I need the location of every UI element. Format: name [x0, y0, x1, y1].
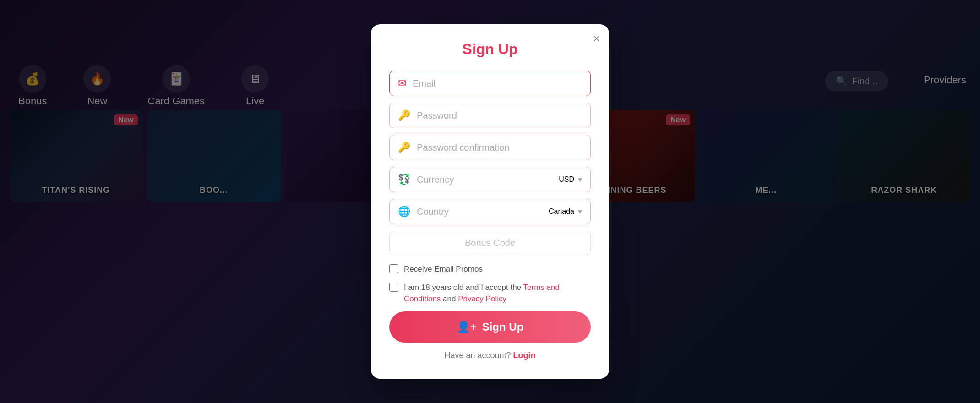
- currency-chevron-icon: ▾: [578, 174, 582, 185]
- email-promos-checkbox[interactable]: [389, 264, 398, 273]
- currency-field-container[interactable]: 💱 Currency USD ▾: [389, 167, 591, 192]
- login-row: Have an account? Login: [389, 351, 591, 360]
- email-field-container: ✉: [389, 71, 591, 96]
- bonus-code-field-container: [389, 231, 591, 255]
- password-icon: 🔑: [398, 109, 410, 121]
- have-account-text: Have an account?: [444, 351, 511, 360]
- country-chevron-icon: ▾: [578, 207, 582, 217]
- terms-prefix: I am 18 years old and I accept the: [404, 283, 523, 292]
- bonus-code-input[interactable]: [398, 238, 582, 248]
- country-value: Canada: [549, 207, 574, 216]
- modal-title: Sign Up: [389, 41, 591, 58]
- email-icon: ✉: [398, 77, 406, 89]
- login-link[interactable]: Login: [513, 351, 536, 360]
- country-field-container[interactable]: 🌐 Country Canada ▾: [389, 199, 591, 224]
- email-promos-row: Receive Email Promos: [389, 263, 591, 275]
- globe-icon: 🌐: [398, 206, 410, 218]
- email-input[interactable]: [413, 78, 582, 89]
- currency-value: USD: [559, 175, 574, 184]
- signup-button[interactable]: 👤+ Sign Up: [389, 311, 591, 343]
- password-confirm-icon: 🔑: [398, 142, 410, 153]
- currency-icon: 💱: [398, 174, 410, 185]
- privacy-link[interactable]: Privacy Policy: [458, 294, 506, 303]
- signup-icon: 👤+: [457, 321, 477, 333]
- modal-overlay: × Sign Up ✉ 🔑 🔑 💱 Currency USD ▾: [0, 0, 980, 403]
- terms-and: and: [441, 294, 458, 303]
- password-input[interactable]: [417, 110, 582, 121]
- signup-button-label: Sign Up: [482, 321, 524, 333]
- terms-row: I am 18 years old and I accept the Terms…: [389, 282, 591, 305]
- terms-label: I am 18 years old and I accept the Terms…: [404, 282, 591, 305]
- signup-modal: × Sign Up ✉ 🔑 🔑 💱 Currency USD ▾: [371, 24, 609, 379]
- close-button[interactable]: ×: [593, 33, 600, 44]
- password-field-container: 🔑: [389, 103, 591, 128]
- currency-label: Currency: [417, 174, 552, 185]
- currency-dropdown[interactable]: USD ▾: [559, 174, 582, 185]
- country-label: Country: [417, 207, 542, 217]
- password-confirm-input[interactable]: [417, 142, 582, 153]
- country-dropdown[interactable]: Canada ▾: [549, 207, 582, 217]
- password-confirm-field-container: 🔑: [389, 135, 591, 160]
- terms-checkbox[interactable]: [389, 283, 398, 292]
- email-promos-label: Receive Email Promos: [404, 263, 483, 275]
